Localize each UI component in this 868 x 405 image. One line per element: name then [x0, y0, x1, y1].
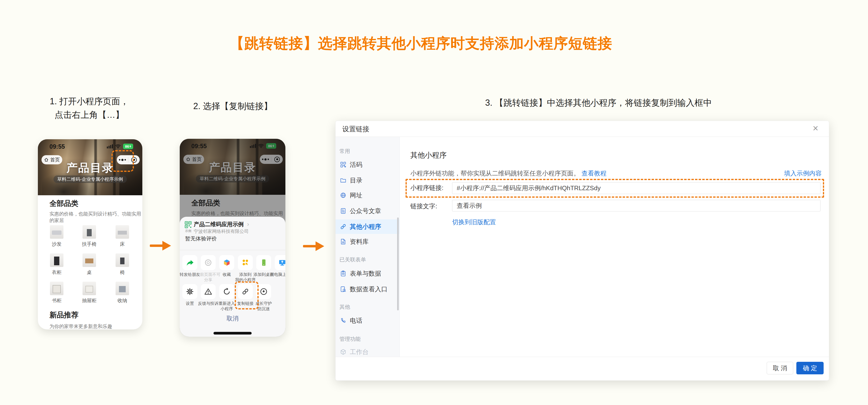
category-drawers[interactable]: 抽屉柜 [72, 282, 106, 304]
page-title: 【跳转链接】选择跳转其他小程序时支持添加小程序短链接 [0, 34, 842, 53]
status-icons: 86 [107, 143, 133, 149]
status-time: 09:55 [50, 143, 65, 150]
folder-icon [340, 177, 346, 184]
phone-screen-icon [259, 259, 268, 267]
category-sofa[interactable]: 沙发 [40, 225, 73, 248]
settings-button[interactable] [182, 284, 197, 299]
home-indicator [214, 332, 252, 335]
link-icon [340, 224, 346, 230]
sidebar-item-label: 工作台 [350, 348, 369, 356]
category-wardrobe[interactable]: 衣柜 [40, 254, 73, 276]
aperture-icon [204, 259, 212, 267]
miniprogram-link-label: 小程序链接: [410, 184, 443, 192]
battery-percent: 86 [125, 144, 129, 148]
footer-divider [336, 357, 829, 357]
sidebar-item-label: 资料库 [350, 237, 369, 246]
highlight-box-copy-link [235, 282, 259, 310]
phone-screenshot-1: 09:55 86 [38, 139, 142, 329]
clipboard-icon [340, 270, 346, 277]
catalog-section-title: 全部品类 [50, 199, 79, 208]
link-text-input[interactable] [452, 200, 820, 211]
confirm-button[interactable]: 确 定 [796, 362, 824, 374]
gear-icon [186, 287, 194, 296]
battery-icon: 86 [123, 144, 133, 149]
dialog-sidebar: 常用 活码 目录 网址 公众号文章 [336, 137, 400, 357]
add-to-desktop-button[interactable] [256, 255, 271, 270]
open-on-pc-button[interactable] [275, 255, 285, 270]
dialog-title: 设置链接 [342, 124, 369, 134]
step1-label: 1. 打开小程序页面， 点击右上角【…】 [39, 95, 140, 122]
no-review-text: 暂无体验评价 [185, 235, 217, 242]
sidebar-item-label: 表单与数据 [350, 269, 381, 278]
sidebar-item-library[interactable]: 资料库 [340, 237, 398, 246]
category-label: 收纳 [105, 297, 139, 304]
header-divider [336, 137, 829, 137]
set-link-dialog: 设置链接 × 常用 活码 目录 网址 [335, 121, 829, 381]
sidebar-item-label: 网址 [350, 191, 362, 200]
reenter-miniprogram-button[interactable] [219, 284, 234, 299]
example-badge: 示例 [182, 229, 194, 233]
category-image [50, 225, 63, 239]
cube-icon [223, 259, 231, 267]
globe-icon [340, 192, 346, 199]
category-image [83, 282, 96, 295]
sidebar-item-label: 其他小程序 [350, 223, 381, 231]
sidebar-item-label: 电话 [350, 316, 362, 325]
close-icon[interactable]: × [813, 123, 818, 134]
share-forward-button[interactable] [182, 255, 197, 270]
sidebar-scrollbar[interactable] [397, 218, 399, 310]
category-label: 床 [105, 241, 139, 248]
step1-line2: 点击右上角【…】 [39, 108, 140, 122]
miniprogram-link-input[interactable] [452, 182, 820, 194]
add-to-miniprograms-button[interactable] [238, 255, 253, 270]
sidebar-item-label: 活码 [350, 161, 362, 169]
cellular-signal-icon [107, 144, 113, 148]
feedback-button[interactable] [201, 284, 216, 299]
category-chair[interactable]: 椅 [105, 254, 139, 276]
category-storage[interactable]: 收纳 [105, 282, 139, 304]
sidebar-item-other-miniprogram[interactable]: 其他小程序 [340, 223, 398, 231]
app-title-text: 产品二维码应用示例 [194, 221, 244, 227]
favorite-button[interactable] [219, 255, 234, 270]
category-armchair[interactable]: 扶手椅 [72, 225, 106, 248]
tutorial-link[interactable]: 查看教程 [581, 170, 607, 177]
sidebar-section-common: 常用 [339, 148, 350, 155]
charging-bolt-icon [129, 145, 131, 148]
category-label: 椅 [105, 269, 139, 276]
sidebar-item-phone[interactable]: 电话 [340, 316, 398, 325]
sidebar-item-catalog[interactable]: 目录 [340, 176, 398, 185]
share-item-label: 在电脑上打开 [268, 272, 285, 277]
category-label: 衣柜 [40, 269, 73, 276]
category-table[interactable]: 桌 [72, 254, 106, 276]
sidebar-section-admin: 管理功能 [339, 336, 361, 343]
warning-triangle-icon [204, 287, 212, 296]
link-text-label: 链接文字: [410, 202, 437, 210]
sheet-cancel-button[interactable]: 取消 [180, 315, 285, 322]
share-disabled-button [201, 255, 216, 270]
sidebar-item-official-article[interactable]: 公众号文章 [340, 207, 398, 215]
sheet-divider [180, 250, 285, 250]
category-image [50, 282, 63, 295]
plant-circle-icon [259, 287, 268, 296]
sidebar-section-other: 其他 [339, 303, 350, 311]
category-image [116, 225, 129, 239]
sidebar-item-data-view-entry[interactable]: 数据查看入口 [340, 285, 398, 293]
miniprogram-qr-icon [185, 221, 192, 228]
app-title[interactable]: 产品二维码应用示例 › [194, 221, 249, 228]
sidebar-item-url[interactable]: 网址 [340, 191, 398, 200]
switch-old-version-link[interactable]: 切换到旧版配置 [452, 218, 496, 226]
content-heading: 其他小程序 [410, 150, 446, 160]
category-bed[interactable]: 床 [105, 225, 139, 248]
dots-arrow-icon [241, 259, 249, 267]
category-label: 桌 [72, 269, 106, 276]
category-bookcase[interactable]: 书柜 [40, 282, 73, 304]
sidebar-item-form-data[interactable]: 表单与数据 [340, 269, 398, 278]
fill-example-link[interactable]: 填入示例内容 [784, 169, 822, 178]
category-image [50, 254, 63, 267]
chevron-right-icon: › [247, 221, 249, 227]
sidebar-item-workbench[interactable]: 工作台 [340, 348, 398, 356]
cancel-button[interactable]: 取 消 [767, 362, 793, 374]
miniprogram-page-title: 产品目录 [38, 161, 142, 175]
article-icon [340, 208, 346, 214]
sidebar-item-live-qr[interactable]: 活码 [340, 161, 398, 169]
